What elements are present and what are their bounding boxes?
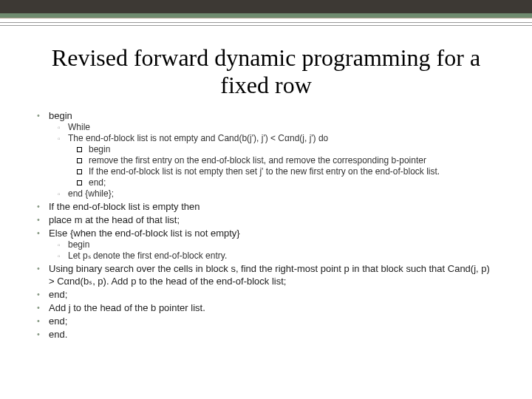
sublist: WhileThe end-of-block list is not empty … bbox=[49, 122, 497, 200]
sublist-item-text: begin bbox=[68, 239, 89, 250]
sublist-item: While bbox=[58, 122, 497, 133]
list-item: end; bbox=[35, 315, 497, 327]
list-item-text: Else {when the end-of-block list is not … bbox=[49, 228, 240, 239]
sublist-item-text: Let pₛ denote the first end-of-block ent… bbox=[68, 250, 227, 261]
decorative-top-band bbox=[0, 0, 532, 18]
sublist-item: The end-of-block list is not empty and C… bbox=[58, 133, 497, 188]
content-list: beginWhileThe end-of-block list is not e… bbox=[35, 109, 497, 341]
list-item: end. bbox=[35, 328, 497, 341]
square-bullet-line: If the end-of-block list is not empty th… bbox=[77, 166, 497, 177]
list-item: Add j to the head of the b pointer list. bbox=[35, 301, 497, 314]
decorative-rule bbox=[0, 22, 532, 27]
sublist-item: Let pₛ denote the first end-of-block ent… bbox=[58, 250, 497, 262]
square-bullet-line: remove the first entry on the end-of-blo… bbox=[77, 155, 497, 166]
square-bullet-line: end; bbox=[77, 177, 497, 188]
list-item: If the end-of-block list is empty then bbox=[35, 200, 497, 213]
list-item-text: place m at the head of that list; bbox=[49, 214, 180, 225]
square-bullet-line: begin bbox=[77, 144, 497, 155]
sublist-item-text: The end-of-block list is not empty and C… bbox=[68, 133, 328, 143]
list-item: end; bbox=[35, 288, 497, 301]
sublist-item: end {while}; bbox=[58, 188, 497, 200]
slide-body: Revised forward dynamic programming for … bbox=[35, 44, 497, 384]
list-item: place m at the head of that list; bbox=[35, 214, 497, 226]
sublist-item-text: While bbox=[68, 122, 90, 132]
list-item-text: Add j to the head of the b pointer list. bbox=[49, 302, 205, 313]
list-item-text: Using binary search over the cells in bl… bbox=[49, 263, 490, 287]
sublist-item: begin bbox=[58, 239, 497, 250]
square-bullet-block: beginremove the first entry on the end-o… bbox=[68, 144, 497, 188]
sublist-item-text: end {while}; bbox=[68, 188, 114, 199]
list-item-text: If the end-of-block list is empty then bbox=[49, 201, 200, 212]
list-item-text: begin bbox=[49, 110, 72, 121]
list-item: Using binary search over the cells in bl… bbox=[35, 262, 497, 287]
sublist: beginLet pₛ denote the first end-of-bloc… bbox=[49, 239, 497, 262]
list-item-text: end. bbox=[49, 329, 67, 340]
list-item: beginWhileThe end-of-block list is not e… bbox=[35, 109, 497, 200]
list-item: Else {when the end-of-block list is not … bbox=[35, 227, 497, 262]
list-item-text: end; bbox=[49, 316, 67, 327]
list-item-text: end; bbox=[49, 289, 67, 300]
slide-title: Revised forward dynamic programming for … bbox=[35, 44, 497, 99]
